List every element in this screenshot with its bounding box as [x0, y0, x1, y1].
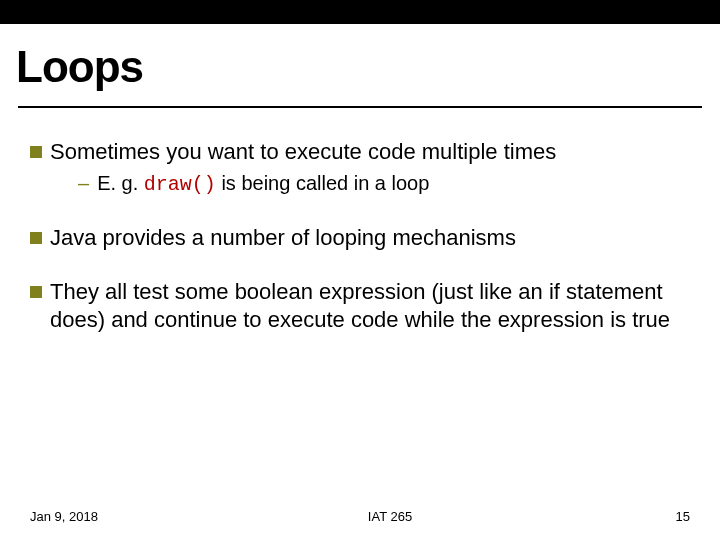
square-bullet-icon	[30, 146, 42, 158]
square-bullet-icon	[30, 286, 42, 298]
footer-course: IAT 265	[150, 509, 630, 524]
dash-icon: –	[78, 170, 89, 196]
square-bullet-icon	[30, 232, 42, 244]
sub-bullet-text: E. g. draw() is being called in a loop	[97, 170, 429, 198]
sub-bullet: – E. g. draw() is being called in a loop	[78, 170, 556, 198]
bullet-block: Sometimes you want to execute code multi…	[50, 138, 556, 198]
bullet-text: They all test some boolean expression (j…	[50, 278, 690, 334]
bullet-item: They all test some boolean expression (j…	[30, 278, 690, 334]
slide-body: Sometimes you want to execute code multi…	[0, 108, 720, 335]
bullet-item: Sometimes you want to execute code multi…	[30, 138, 690, 198]
sub-prefix: E. g.	[97, 172, 144, 194]
bullet-text: Sometimes you want to execute code multi…	[50, 138, 556, 166]
footer-page: 15	[630, 509, 690, 524]
sub-suffix: is being called in a loop	[216, 172, 429, 194]
footer-date: Jan 9, 2018	[30, 509, 150, 524]
code-span: draw()	[144, 173, 216, 196]
top-black-bar	[0, 0, 720, 24]
bullet-item: Java provides a number of looping mechan…	[30, 224, 690, 252]
slide-footer: Jan 9, 2018 IAT 265 15	[0, 509, 720, 524]
slide-title: Loops	[0, 24, 720, 92]
bullet-text: Java provides a number of looping mechan…	[50, 224, 516, 252]
